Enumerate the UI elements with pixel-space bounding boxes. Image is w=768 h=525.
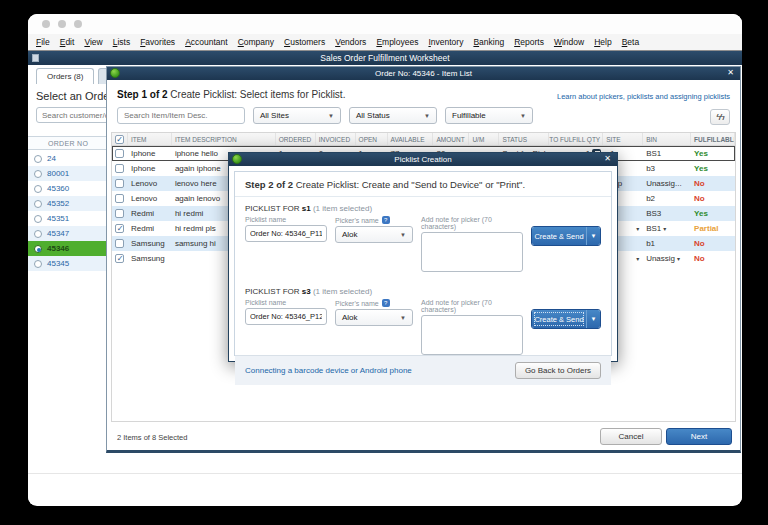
order-radio[interactable] <box>34 185 42 193</box>
menu-company[interactable]: Company <box>238 37 274 47</box>
row-checkbox[interactable]: ✓ <box>115 224 124 233</box>
col-item-description[interactable]: ITEM DESCRIPTION <box>172 133 276 145</box>
row-checkbox[interactable] <box>115 149 124 158</box>
menu-favorites[interactable]: Favorites <box>140 37 175 47</box>
picker-name-dropdown[interactable]: Alok <box>335 226 413 243</box>
mac-minimize-icon[interactable] <box>58 20 66 28</box>
item-cell: Iphone <box>128 146 172 161</box>
row-checkbox[interactable]: ✓ <box>115 254 124 263</box>
order-radio-selected[interactable] <box>34 245 42 253</box>
modal-titlebar: Picklist Creation <box>229 153 617 166</box>
col-um[interactable]: U/M <box>469 133 499 145</box>
menu-help[interactable]: Help <box>594 37 611 47</box>
bin-value: BS1 <box>646 224 661 233</box>
status-filter-dropdown[interactable]: All Status <box>349 107 437 124</box>
item-search-input[interactable] <box>117 107 245 124</box>
menu-beta[interactable]: Beta <box>622 37 640 47</box>
col-status[interactable]: STATUS <box>499 133 549 145</box>
site-dropdown-icon[interactable] <box>636 255 639 262</box>
menu-reports[interactable]: Reports <box>514 37 544 47</box>
bin-cell: BS1 <box>643 146 691 161</box>
col-amount[interactable]: AMOUNT <box>433 133 469 145</box>
row-checkbox[interactable] <box>115 239 124 248</box>
worksheet-title: Sales Order Fulfillment Worksheet <box>320 53 449 63</box>
bin-cell[interactable]: BS1 <box>643 221 691 236</box>
bottom-divider <box>28 473 742 474</box>
picklist-name-input[interactable] <box>245 308 327 325</box>
picklist-name-input[interactable] <box>245 225 327 242</box>
order-radio[interactable] <box>34 215 42 223</box>
create-send-dropdown-icon[interactable] <box>586 310 600 328</box>
col-open[interactable]: OPEN <box>356 133 388 145</box>
order-radio[interactable] <box>34 200 42 208</box>
menu-employees[interactable]: Employees <box>376 37 418 47</box>
step1-label: Step 1 of 2 <box>117 89 168 100</box>
learn-link[interactable]: Learn about pickers, picklists and assig… <box>557 92 730 101</box>
select-all-checkbox[interactable]: ✓ <box>115 135 124 144</box>
col-bin[interactable]: BIN <box>643 133 691 145</box>
step2-description: Create Picklist: Create and "Send to Dev… <box>296 179 525 190</box>
menu-file[interactable]: File <box>36 37 50 47</box>
mac-close-icon[interactable] <box>42 20 50 28</box>
menu-customers[interactable]: Customers <box>284 37 325 47</box>
menu-window[interactable]: Window <box>554 37 584 47</box>
cancel-button[interactable]: Cancel <box>600 428 662 445</box>
modal-close-icon[interactable] <box>604 154 611 163</box>
help-icon[interactable] <box>382 299 390 307</box>
tab-orders[interactable]: Orders (8) <box>36 68 94 84</box>
menu-vendors[interactable]: Vendors <box>335 37 366 47</box>
create-send-dropdown-icon[interactable] <box>586 227 600 245</box>
bin-cell[interactable]: Unassig <box>643 251 691 266</box>
item-list-title: Order No: 45346 - Item List <box>375 69 472 78</box>
order-radio[interactable] <box>34 155 42 163</box>
barcode-connect-link[interactable]: Connecting a barcode device or Android p… <box>245 366 412 375</box>
row-checkbox[interactable] <box>115 179 124 188</box>
sites-filter-dropdown[interactable]: All Sites <box>253 107 341 124</box>
col-site[interactable]: SITE <box>603 133 643 145</box>
help-icon[interactable] <box>382 216 390 224</box>
fulfillable-cell: Yes <box>691 161 735 176</box>
modal-body: Step 2 of 2 Create Picklist: Create and … <box>234 171 612 356</box>
col-available[interactable]: AVAILABLE <box>388 133 434 145</box>
col-to-fulfill-qty[interactable]: TO FULFILL QTY <box>549 133 603 145</box>
col-ordered[interactable]: ORDERED <box>276 133 316 145</box>
order-radio[interactable] <box>34 170 42 178</box>
create-send-button[interactable]: Create & Send <box>531 309 601 329</box>
next-button[interactable]: Next <box>666 428 732 445</box>
create-send-button[interactable]: Create & Send <box>531 226 601 246</box>
fulfillable-cell: Yes <box>691 206 735 221</box>
mac-titlebar <box>28 14 742 34</box>
col-item[interactable]: ITEM <box>128 133 172 145</box>
row-checkbox[interactable] <box>115 164 124 173</box>
menu-banking[interactable]: Banking <box>473 37 504 47</box>
row-checkbox[interactable] <box>115 209 124 218</box>
menu-lists[interactable]: Lists <box>113 37 130 47</box>
menu-inventory[interactable]: Inventory <box>428 37 463 47</box>
bin-dropdown-icon[interactable] <box>663 225 666 232</box>
col-invoiced[interactable]: INVOICED <box>316 133 356 145</box>
picker-note-input[interactable] <box>421 315 523 355</box>
bin-dropdown-icon[interactable] <box>677 255 680 262</box>
order-radio[interactable] <box>34 230 42 238</box>
picker-note-input[interactable] <box>421 232 523 272</box>
fulfillable-filter-dropdown[interactable]: Fulfillable <box>445 107 533 124</box>
close-icon[interactable] <box>727 68 734 77</box>
heading-prefix: PICKLIST FOR <box>245 287 300 296</box>
sidebar-heading: Select an Order <box>36 90 113 102</box>
row-checkbox[interactable] <box>115 194 124 203</box>
step2-label: Step 2 of 2 <box>245 179 293 190</box>
go-back-button[interactable]: Go Back to Orders <box>515 362 601 379</box>
order-radio[interactable] <box>34 260 42 268</box>
chevron-down-icon <box>520 113 526 119</box>
picker-note-label: Add note for picker (70 characters) <box>421 216 523 230</box>
menu-edit[interactable]: Edit <box>60 37 75 47</box>
refresh-icon[interactable]: ϟϟ <box>710 109 730 125</box>
mac-zoom-icon[interactable] <box>74 20 82 28</box>
col-fulfillable[interactable]: FULFILLABLE <box>691 133 735 145</box>
site-dropdown-icon[interactable] <box>636 225 639 232</box>
picklist-creation-modal: Picklist Creation Step 2 of 2 Create Pic… <box>228 152 618 362</box>
menu-accountant[interactable]: Accountant <box>185 37 228 47</box>
menu-view[interactable]: View <box>84 37 102 47</box>
picker-name-dropdown[interactable]: Alok <box>335 309 413 326</box>
table-header-row: ✓ ITEM ITEM DESCRIPTION ORDERED INVOICED… <box>112 133 735 146</box>
